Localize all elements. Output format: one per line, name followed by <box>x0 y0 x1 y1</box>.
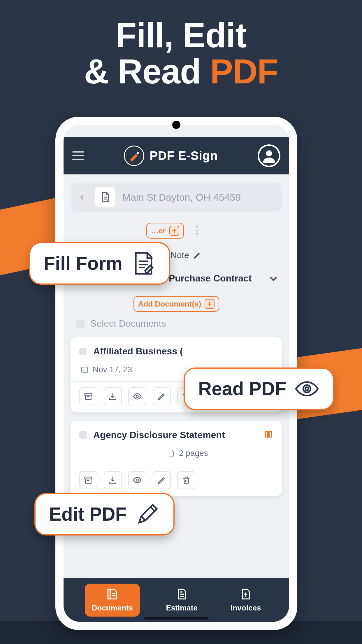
document-actions <box>79 471 273 489</box>
edit-button[interactable] <box>153 387 171 405</box>
pencil-icon <box>157 475 166 485</box>
pencil-icon <box>193 251 201 259</box>
svg-rect-5 <box>85 477 92 479</box>
callout-read-pdf-label: Read PDF <box>198 378 286 400</box>
pencil-icon <box>135 502 160 527</box>
add-folder-label: …er <box>151 226 166 235</box>
profile-button[interactable] <box>258 144 280 167</box>
archive-button[interactable] <box>79 471 97 489</box>
svg-point-0 <box>266 150 272 156</box>
edit-button[interactable] <box>153 471 171 489</box>
download-icon <box>108 392 117 401</box>
svg-point-8 <box>305 387 309 391</box>
add-documents-label: Add Document(s) <box>138 300 201 309</box>
svg-rect-3 <box>85 393 92 395</box>
download-button[interactable] <box>104 387 122 405</box>
download-icon <box>108 475 117 485</box>
archive-icon <box>84 475 93 485</box>
calendar-icon <box>80 365 89 374</box>
nav-invoices-label: Invoices <box>231 603 261 612</box>
view-button[interactable] <box>128 471 146 489</box>
hero-line-2-pre: & Read <box>84 52 210 91</box>
callout-fill-form: Fill Form <box>29 242 170 285</box>
breadcrumb-address: Main St Dayton, OH 45459 <box>122 192 241 203</box>
note-row[interactable]: …te Note <box>152 250 282 260</box>
app-brand: PDF E-Sign <box>124 146 218 166</box>
document-name[interactable]: Affiliated Business ( <box>93 346 183 357</box>
menu-button[interactable] <box>72 151 84 160</box>
add-folder-button[interactable]: …er + <box>146 223 184 239</box>
nav-estimate[interactable]: Estimate <box>159 584 205 617</box>
nav-invoices[interactable]: Invoices <box>224 584 268 617</box>
invoices-icon <box>239 588 252 601</box>
select-documents-row[interactable]: Select Documents <box>76 318 282 329</box>
download-button[interactable] <box>104 471 122 489</box>
nav-documents-label: Documents <box>92 603 133 612</box>
document-name[interactable]: Agency Disclosure Statement <box>93 430 225 440</box>
plus-icon: + <box>205 299 215 309</box>
svg-rect-2 <box>82 367 88 373</box>
archive-button[interactable] <box>79 387 97 405</box>
bottom-nav: Documents Estimate Invoices <box>64 578 289 622</box>
nav-documents[interactable]: Documents <box>85 584 140 617</box>
document-checkbox[interactable] <box>79 431 87 439</box>
callout-read-pdf: Read PDF <box>184 368 334 410</box>
svg-point-1 <box>107 200 109 201</box>
delete-button[interactable] <box>177 471 195 489</box>
svg-point-4 <box>136 395 138 398</box>
folder-doc-icon <box>95 187 115 207</box>
overflow-menu-button[interactable]: ⋯ <box>191 225 203 236</box>
hero-line-2-accent: PDF <box>210 52 278 91</box>
phone-camera-notch <box>172 121 180 129</box>
archive-icon <box>84 392 93 401</box>
app-title: PDF E-Sign <box>150 149 218 163</box>
hero-headline: Fill, Edit & Read PDF <box>0 0 362 90</box>
documents-icon <box>106 588 119 601</box>
home-indicator <box>144 617 208 620</box>
select-documents-label: Select Documents <box>90 318 166 329</box>
breadcrumb-bar[interactable]: Main St Dayton, OH 45459 <box>71 183 282 212</box>
svg-point-7 <box>303 385 311 392</box>
eye-icon <box>133 392 142 401</box>
callout-fill-form-label: Fill Form <box>44 253 122 274</box>
form-icon <box>131 251 156 276</box>
app-header: PDF E-Sign <box>64 137 289 174</box>
chevron-down-icon <box>268 273 279 284</box>
hero-line-2: & Read PDF <box>0 54 362 90</box>
callout-edit-pdf-label: Edit PDF <box>49 503 127 525</box>
estimate-icon <box>175 588 188 601</box>
app-logo-icon <box>124 146 144 166</box>
svg-point-6 <box>136 479 138 481</box>
eye-icon <box>133 475 142 485</box>
top-actions-row: …er + ⋯ <box>146 223 282 239</box>
document-date: Nov 17, 23 <box>93 365 132 374</box>
nav-estimate-label: Estimate <box>166 603 198 612</box>
add-documents-button[interactable]: Add Document(s) + <box>133 296 219 312</box>
split-icon[interactable] <box>263 429 273 440</box>
pencil-icon <box>157 392 166 401</box>
document-meta: 2 pages <box>167 449 273 458</box>
callout-edit-pdf: Edit PDF <box>34 493 175 536</box>
view-button[interactable] <box>128 387 146 405</box>
document-pages: 2 pages <box>179 449 208 458</box>
trash-icon <box>182 475 191 485</box>
pages-icon <box>167 449 175 457</box>
hero-line-1: Fill, Edit <box>0 18 362 54</box>
eye-icon <box>294 376 319 401</box>
back-button[interactable] <box>76 191 88 203</box>
document-card: Agency Disclosure Statement 2 pages <box>71 421 282 496</box>
select-all-checkbox[interactable] <box>76 319 85 328</box>
plus-icon: + <box>169 226 179 236</box>
document-checkbox[interactable] <box>79 348 87 355</box>
